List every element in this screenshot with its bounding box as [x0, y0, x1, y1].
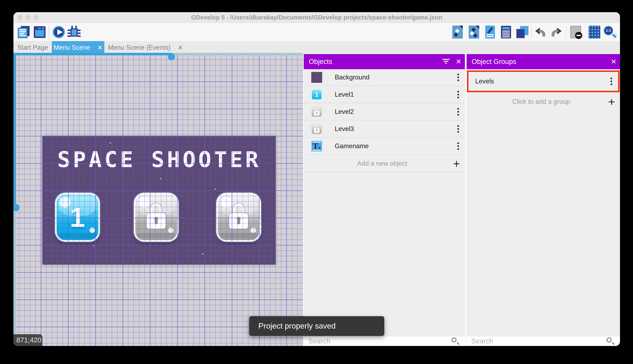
layers-icon [516, 26, 528, 38]
play-icon [53, 26, 65, 38]
objects-panel: Objects ✕ Background 1 Level1 [304, 54, 465, 346]
object-name: Background [335, 74, 457, 81]
close-tab-icon[interactable]: ✕ [178, 44, 183, 51]
object-groups-panel-title: Object Groups [472, 58, 607, 66]
cursor-coordinates: 871;420 [14, 334, 42, 346]
redo-icon [550, 27, 562, 37]
object-groups-panel-header: Object Groups ✕ [467, 54, 620, 69]
lock-icon [147, 204, 166, 229]
object-menu-icon[interactable] [457, 125, 459, 133]
object-row-level3[interactable]: Level3 [304, 121, 465, 138]
star-decoration [214, 188, 216, 190]
toolbar-separator [531, 26, 532, 38]
level2-button-object[interactable] [134, 193, 179, 242]
toolbar-separator [566, 26, 566, 38]
filter-icon [442, 58, 450, 64]
project-manager-button[interactable] [17, 23, 30, 41]
add-group-label: Click to add a group [467, 98, 603, 106]
object-groups-editor-icon [469, 26, 479, 38]
close-objects-panel-button[interactable]: ✕ [452, 58, 465, 66]
desktop-background: GDevelop 5 - /Users/dkarakay/Documents/G… [0, 0, 633, 364]
group-row-levels[interactable]: Levels [468, 72, 618, 91]
toast-message: Project properly saved [258, 322, 336, 330]
object-menu-icon[interactable] [457, 91, 459, 98]
object-menu-icon[interactable] [457, 142, 459, 150]
object-menu-icon[interactable] [457, 108, 459, 116]
object-name: Level2 [335, 108, 457, 116]
zoom-original-button[interactable]: 1:1 [603, 23, 617, 41]
tab-label: Start Page [17, 44, 48, 51]
plus-icon: + [603, 95, 620, 108]
grid-icon [588, 26, 600, 38]
horizontal-scrollbar[interactable] [14, 53, 303, 55]
main-toolbar: 1:1 [14, 23, 620, 41]
horizontal-scroll-handle[interactable] [168, 53, 175, 60]
scene-window-icon [34, 26, 46, 38]
preview-play-button[interactable] [52, 23, 66, 41]
undo-icon [534, 27, 546, 37]
objects-search-input[interactable] [308, 337, 451, 345]
save-toast: Project properly saved [249, 316, 384, 336]
open-properties-button[interactable] [484, 23, 496, 41]
toggle-mask-button[interactable] [569, 23, 583, 41]
groups-search-input[interactable] [471, 337, 606, 345]
vertical-scrollbar[interactable] [14, 54, 16, 346]
window-title: GDevelop 5 - /Users/dkarakay/Documents/G… [14, 12, 620, 23]
star-decoration [93, 245, 94, 246]
undo-button[interactable] [534, 23, 547, 41]
level3-thumbnail-icon [311, 124, 322, 134]
groups-search-bar [467, 336, 620, 346]
add-group-row[interactable]: Click to add a group + [467, 93, 620, 110]
redo-button[interactable] [550, 23, 563, 41]
tab-menu-scene[interactable]: Menu Scene ✕ [52, 41, 104, 54]
scene-properties-button[interactable] [33, 23, 46, 41]
open-object-groups-editor-button[interactable] [468, 23, 480, 41]
app-window: GDevelop 5 - /Users/dkarakay/Documents/G… [14, 12, 620, 346]
title-bar: GDevelop 5 - /Users/dkarakay/Documents/G… [14, 12, 620, 23]
background-thumbnail-icon [311, 72, 322, 83]
star-decoration [248, 153, 249, 154]
zoom-1-1-icon: 1:1 [603, 26, 616, 38]
object-menu-icon[interactable] [457, 74, 459, 81]
lock-icon [229, 204, 248, 229]
editor-tab-bar: Start Page Menu Scene ✕ Menu Scene (Even… [14, 41, 620, 54]
scene-background-object[interactable]: SPACE SHOOTER 1 [42, 136, 276, 264]
close-tab-icon[interactable]: ✕ [97, 44, 102, 51]
tab-label: Menu Scene [54, 44, 90, 51]
object-row-background[interactable]: Background [304, 69, 465, 86]
tab-menu-scene-events[interactable]: Menu Scene (Events) ✕ [104, 41, 187, 54]
toggle-grid-button[interactable] [588, 23, 601, 41]
group-name: Levels [475, 78, 610, 85]
level2-thumbnail-icon [311, 106, 322, 117]
object-row-level2[interactable]: Level2 [304, 104, 465, 120]
text-object-thumbnail-icon: Tx [311, 141, 322, 152]
vertical-scroll-handle[interactable] [14, 204, 20, 211]
open-layers-editor-button[interactable] [516, 23, 529, 41]
object-name: Level1 [335, 91, 457, 98]
close-object-groups-panel-button[interactable]: ✕ [607, 58, 620, 66]
star-decoration [202, 253, 203, 255]
mask-icon [570, 26, 581, 38]
scene-canvas[interactable]: SPACE SHOOTER 1 [14, 54, 303, 346]
search-icon [451, 337, 459, 345]
group-menu-icon[interactable] [610, 78, 613, 85]
game-title-text: SPACE SHOOTER [42, 147, 276, 172]
level1-thumbnail-icon: 1 [311, 89, 322, 100]
object-row-level1[interactable]: 1 Level1 [304, 86, 465, 103]
add-object-row[interactable]: Add a new object + [304, 155, 465, 172]
add-object-label: Add a new object [304, 160, 448, 167]
level1-button-object[interactable]: 1 [55, 193, 100, 242]
objects-panel-title: Objects [309, 58, 440, 66]
instances-list-icon [501, 26, 511, 38]
object-name: Gamename [335, 142, 457, 150]
open-instances-list-button[interactable] [500, 23, 512, 41]
objects-editor-icon [452, 26, 463, 38]
debug-button[interactable] [67, 23, 81, 41]
toolbar-separator [49, 26, 49, 38]
tab-label: Menu Scene (Events) [108, 44, 170, 51]
level3-button-object[interactable] [216, 193, 261, 242]
filter-button[interactable] [440, 58, 452, 66]
open-objects-editor-button[interactable] [451, 23, 464, 41]
tab-start-page[interactable]: Start Page [14, 41, 52, 54]
object-row-gamename[interactable]: Tx Gamename [304, 138, 465, 155]
